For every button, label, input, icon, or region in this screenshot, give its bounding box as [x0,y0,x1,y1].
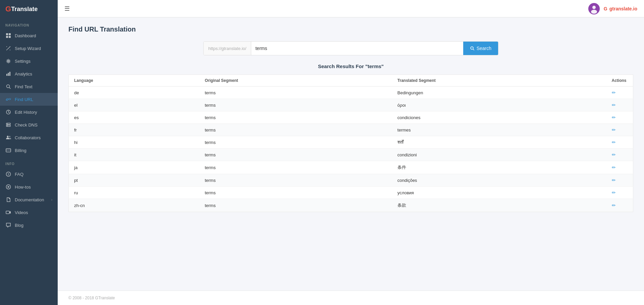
lang-cell: es [69,111,200,124]
svg-point-18 [7,125,8,126]
doc-icon [5,197,11,203]
table-row: fr terms termes ✏ [69,124,633,136]
table-row: es terms condiciones ✏ [69,111,633,124]
brand-right-text: gtranslate.io [609,6,637,11]
col-header-translated: Translated Segment [392,75,606,87]
svg-rect-27 [6,211,9,214]
sidebar-item-setup-wizard[interactable]: Setup Wizard [0,42,58,55]
topbar: ☰ G gtranslate.io [58,0,644,17]
original-cell: terms [199,199,392,212]
edit-button[interactable]: ✏ [612,152,616,157]
col-header-actions: Actions [606,75,633,87]
edit-button[interactable]: ✏ [612,203,616,208]
sidebar-item-how-tos-label: How-tos [15,185,52,190]
edit-button[interactable]: ✏ [612,90,616,95]
translated-cell: 条件 [392,161,606,174]
svg-line-12 [9,88,11,89]
svg-rect-16 [6,125,10,126]
sidebar-item-collaborators[interactable]: Collaborators [0,131,58,144]
svg-point-6 [6,50,7,50]
sidebar-item-edit-history[interactable]: Edit History [0,106,58,118]
original-cell: terms [199,87,392,99]
edit-button[interactable]: ✏ [612,140,616,145]
sidebar-item-blog[interactable]: Blog [0,219,58,232]
sidebar-item-edit-history-label: Edit History [15,110,52,115]
original-cell: terms [199,111,392,124]
sidebar-item-videos[interactable]: Videos [0,206,58,219]
chart-icon [5,71,11,77]
table-row: el terms όροι ✏ [69,99,633,111]
info-section-label: INFO [0,157,58,168]
sidebar-item-billing[interactable]: Billing [0,144,58,157]
sidebar-item-how-tos[interactable]: How-tos [0,181,58,193]
translated-cell: condiciones [392,111,606,124]
actions-cell: ✏ [606,111,633,124]
svg-marker-26 [8,186,10,188]
sidebar-item-billing-label: Billing [15,148,52,153]
sidebar-item-documentation[interactable]: Documentation › [0,193,58,206]
actions-cell: ✏ [606,161,633,174]
table-row: ja terms 条件 ✏ [69,161,633,174]
actions-cell: ✏ [606,99,633,111]
table-row: ru terms условия ✏ [69,187,633,199]
sidebar-item-find-text[interactable]: Find Text [0,80,58,93]
topbar-right: G gtranslate.io [588,3,637,14]
dns-icon [5,122,11,128]
svg-line-33 [473,49,474,50]
sidebar-item-analytics-label: Analytics [15,71,52,77]
actions-cell: ✏ [606,174,633,187]
user-avatar[interactable] [588,3,600,14]
edit-button[interactable]: ✏ [612,115,616,120]
actions-cell: ✏ [606,149,633,161]
lang-cell: zh-cn [69,199,200,212]
clock-icon [5,109,11,115]
logo-text: Translate [11,6,38,13]
sidebar-item-find-url[interactable]: Find URL [0,93,58,106]
sidebar-item-setup-wizard-label: Setup Wizard [15,46,52,51]
translated-cell: termes [392,124,606,136]
original-cell: terms [199,124,392,136]
sidebar-item-videos-label: Videos [15,210,52,215]
gear-icon [5,58,11,64]
original-cell: terms [199,174,392,187]
chat-icon [5,222,11,228]
actions-cell: ✏ [606,187,633,199]
edit-button[interactable]: ✏ [612,127,616,133]
sidebar-item-dashboard[interactable]: Dashboard [0,29,58,42]
edit-button[interactable]: ✏ [612,165,616,170]
video-icon [5,209,11,215]
table-row: pt terms condições ✏ [69,174,633,187]
edit-button[interactable]: ✏ [612,190,616,195]
edit-button[interactable]: ✏ [612,177,616,183]
sidebar-item-faq[interactable]: ? FAQ [0,168,58,181]
translated-cell: 条款 [392,199,606,212]
sidebar-item-blog-label: Blog [15,223,52,228]
sidebar-item-settings-label: Settings [15,59,52,64]
original-cell: terms [199,149,392,161]
nav-section-label: NAVIGATION [0,18,58,29]
actions-cell: ✏ [606,87,633,99]
brand-logo-right: G gtranslate.io [604,6,637,11]
sidebar-item-check-dns[interactable]: Check DNS [0,118,58,131]
edit-button[interactable]: ✏ [612,102,616,108]
results-title: Search Results For "terms" [68,63,633,69]
sidebar-item-analytics[interactable]: Analytics [0,67,58,80]
original-cell: terms [199,187,392,199]
svg-point-30 [592,6,596,9]
sidebar-item-settings[interactable]: Settings [0,55,58,67]
search-input[interactable] [251,42,463,55]
actions-cell: ✏ [606,199,633,212]
menu-toggle-button[interactable]: ☰ [64,5,70,12]
lang-cell: ru [69,187,200,199]
actions-cell: ✏ [606,124,633,136]
original-cell: terms [199,99,392,111]
svg-rect-8 [6,74,7,76]
svg-rect-10 [9,72,10,76]
search-button[interactable]: Search [463,42,498,55]
results-table: Language Original Segment Translated Seg… [68,74,633,212]
sidebar-item-find-text-label: Find Text [15,84,52,89]
svg-rect-22 [6,150,11,151]
wand-icon [5,45,11,51]
svg-rect-3 [9,36,11,38]
svg-point-5 [10,50,10,50]
